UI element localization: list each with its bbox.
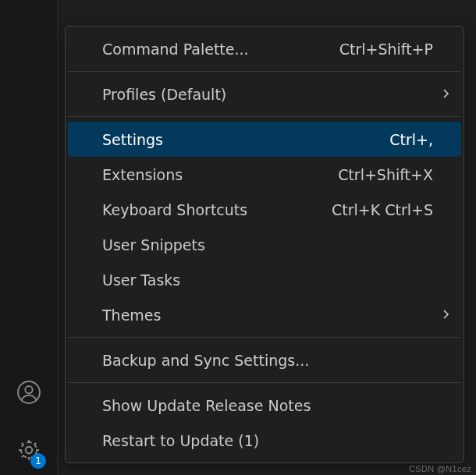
menu-item-label: Backup and Sync Settings... <box>102 352 309 369</box>
menu-item[interactable]: Keyboard ShortcutsCtrl+K Ctrl+S <box>68 192 461 227</box>
menu-item-label: Keyboard Shortcuts <box>102 201 247 218</box>
accounts-button[interactable] <box>15 380 43 408</box>
menu-item-label: Extensions <box>102 166 183 183</box>
menu-item[interactable]: Backup and Sync Settings... <box>68 342 461 378</box>
menu-item[interactable]: User Snippets <box>68 227 461 262</box>
menu-item-label: Restart to Update (1) <box>102 432 259 449</box>
menu-item-label: User Tasks <box>102 271 180 289</box>
menu-item[interactable]: Restart to Update (1) <box>68 423 461 458</box>
manage-menu: Command Palette...Ctrl+Shift+PProfiles (… <box>65 26 464 463</box>
menu-item-label: Show Update Release Notes <box>102 397 311 414</box>
menu-separator <box>68 71 461 72</box>
manage-button[interactable]: 1 <box>15 438 43 466</box>
svg-point-2 <box>26 447 33 454</box>
menu-item[interactable]: Show Update Release Notes <box>68 388 461 423</box>
menu-separator <box>68 337 461 338</box>
menu-item-label: Command Palette... <box>102 41 249 58</box>
menu-item[interactable]: Command Palette...Ctrl+Shift+P <box>68 31 461 66</box>
menu-item[interactable]: ExtensionsCtrl+Shift+X <box>68 157 461 192</box>
chevron-right-icon <box>439 307 452 324</box>
activity-bar: 1 <box>0 0 58 475</box>
menu-item-shortcut: Ctrl+Shift+P <box>339 41 433 58</box>
manage-badge: 1 <box>30 453 46 469</box>
svg-point-1 <box>25 386 32 393</box>
account-icon <box>16 380 41 408</box>
menu-item-label: Settings <box>102 131 163 148</box>
menu-item-shortcut: Ctrl+K Ctrl+S <box>332 201 433 218</box>
menu-separator <box>68 116 461 117</box>
menu-separator <box>68 382 461 383</box>
activity-bar-bottom: 1 <box>0 380 58 466</box>
menu-item-label: Profiles (Default) <box>102 86 226 103</box>
watermark: CSDN @N1cez <box>409 464 471 473</box>
menu-item[interactable]: Themes <box>68 297 461 332</box>
menu-item[interactable]: SettingsCtrl+, <box>68 122 461 157</box>
chevron-right-icon <box>439 86 452 103</box>
menu-item-shortcut: Ctrl+, <box>389 131 433 148</box>
menu-item-label: Themes <box>102 307 161 324</box>
menu-item[interactable]: User Tasks <box>68 262 461 297</box>
menu-item-label: User Snippets <box>102 236 205 253</box>
menu-item[interactable]: Profiles (Default) <box>68 76 461 112</box>
menu-item-shortcut: Ctrl+Shift+X <box>338 166 433 183</box>
